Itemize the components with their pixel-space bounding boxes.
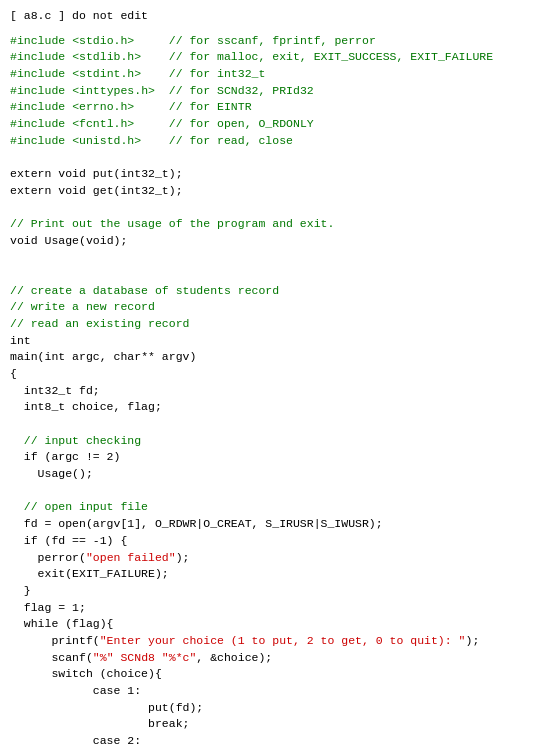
code-token: <stdlib.h> <box>72 50 141 63</box>
code-token: (int32_t); <box>114 184 183 197</box>
code-line: #include <stdlib.h> // for malloc, exit,… <box>10 49 531 66</box>
code-line: int <box>10 333 531 350</box>
code-token: flag = 1; <box>10 601 86 614</box>
code-token: (int32_t); <box>114 167 183 180</box>
code-token: get <box>93 184 114 197</box>
code-token: break; <box>10 717 189 730</box>
code-line: void Usage(void); <box>10 233 531 250</box>
code-token: } <box>10 584 31 597</box>
code-line: int32_t fd; <box>10 383 531 400</box>
code-token: #include <box>10 50 72 63</box>
code-token: int <box>10 334 31 347</box>
code-line: exit(EXIT_FAILURE); <box>10 566 531 583</box>
code-token: #include <box>10 67 72 80</box>
code-token: main <box>10 350 38 363</box>
code-line: put(fd); <box>10 700 531 717</box>
code-line: while (flag){ <box>10 616 531 633</box>
code-line: printf("Enter your choice (1 to put, 2 t… <box>10 633 531 650</box>
code-token: switch (choice){ <box>10 667 162 680</box>
code-token: "Enter your choice (1 to put, 2 to get, … <box>100 634 466 647</box>
code-token: #include <box>10 84 72 97</box>
code-line: #include <stdint.h> // for int32_t <box>10 66 531 83</box>
code-token: Usage <box>45 234 80 247</box>
code-token: #include <box>10 34 72 47</box>
code-token: "%" SCNd8 "%*c" <box>93 651 197 664</box>
code-line: extern void put(int32_t); <box>10 166 531 183</box>
code-token: // for malloc, exit, EXIT_SUCCESS, EXIT_… <box>141 50 493 63</box>
code-token: exit(EXIT_FAILURE); <box>10 567 169 580</box>
code-line: // read an existing record <box>10 316 531 333</box>
code-token: { <box>10 367 17 380</box>
code-line: } <box>10 583 531 600</box>
code-line: if (fd == -1) { <box>10 533 531 550</box>
code-line: // open input file <box>10 499 531 516</box>
code-token: #include <box>10 117 72 130</box>
code-token: while (flag){ <box>10 617 114 630</box>
code-line: break; <box>10 716 531 733</box>
code-line: // input checking <box>10 433 531 450</box>
code-line: fd = open(argv[1], O_RDWR|O_CREAT, S_IRU… <box>10 516 531 533</box>
code-line: #include <inttypes.h> // for SCNd32, PRI… <box>10 83 531 100</box>
code-token: // Print out the usage of the program an… <box>10 217 334 230</box>
code-token: // for read, close <box>141 134 293 147</box>
code-line: // write a new record <box>10 299 531 316</box>
code-token: extern void <box>10 184 93 197</box>
code-token: <stdint.h> <box>72 67 141 80</box>
code-token: // write a new record <box>10 300 155 313</box>
code-token: // input checking <box>10 434 141 447</box>
code-token: <unistd.h> <box>72 134 141 147</box>
code-line: extern void get(int32_t); <box>10 183 531 200</box>
code-block: #include <stdio.h> // for sscanf, fprint… <box>10 33 531 752</box>
code-line <box>10 249 531 266</box>
code-token: case 2: <box>10 734 141 747</box>
code-token: // for sscanf, fprintf, perror <box>134 34 376 47</box>
code-line: #include <fcntl.h> // for open, O_RDONLY <box>10 116 531 133</box>
code-line: main(int argc, char** argv) <box>10 349 531 366</box>
code-line <box>10 266 531 283</box>
code-token: int32_t fd; <box>10 384 100 397</box>
code-token: "open failed" <box>86 551 176 564</box>
code-token: #include <box>10 134 72 147</box>
code-token: // open input file <box>10 500 148 513</box>
code-token: , &choice); <box>196 651 272 664</box>
code-token: // for open, O_RDONLY <box>134 117 313 130</box>
code-line: switch (choice){ <box>10 666 531 683</box>
code-token: if (fd == -1) { <box>10 534 127 547</box>
code-token: <errno.h> <box>72 100 134 113</box>
code-token: fd = open(argv[1], O_RDWR|O_CREAT, S_IRU… <box>10 517 383 530</box>
code-token: scanf( <box>10 651 93 664</box>
code-token: if (argc != 2) <box>10 450 120 463</box>
code-token: <stdio.h> <box>72 34 134 47</box>
code-line: perror("open failed"); <box>10 550 531 567</box>
code-line: { <box>10 366 531 383</box>
code-token: <fcntl.h> <box>72 117 134 130</box>
code-line: case 1: <box>10 683 531 700</box>
code-line: #include <stdio.h> // for sscanf, fprint… <box>10 33 531 50</box>
code-line: #include <unistd.h> // for read, close <box>10 133 531 150</box>
code-token: printf( <box>10 634 100 647</box>
code-token: // for int32_t <box>141 67 265 80</box>
code-line <box>10 416 531 433</box>
code-token: // read an existing record <box>10 317 189 330</box>
code-token: ); <box>465 634 479 647</box>
code-token: // create a database of students record <box>10 284 279 297</box>
code-token: perror( <box>10 551 86 564</box>
code-line <box>10 483 531 500</box>
code-token: put <box>93 167 114 180</box>
code-line <box>10 149 531 166</box>
code-line: case 2: <box>10 733 531 750</box>
code-token: // for EINTR <box>134 100 251 113</box>
code-token: extern void <box>10 167 93 180</box>
code-token: (void); <box>79 234 127 247</box>
file-header: [ a8.c ] do not edit <box>10 8 531 25</box>
code-line: // Print out the usage of the program an… <box>10 216 531 233</box>
code-line: // create a database of students record <box>10 283 531 300</box>
code-editor: [ a8.c ] do not edit #include <stdio.h> … <box>0 0 541 752</box>
code-token: <inttypes.h> <box>72 84 155 97</box>
code-token: // for SCNd32, PRId32 <box>155 84 314 97</box>
code-token: ); <box>176 551 190 564</box>
code-line: #include <errno.h> // for EINTR <box>10 99 531 116</box>
code-line: int8_t choice, flag; <box>10 399 531 416</box>
code-token: Usage(); <box>10 467 93 480</box>
code-line: if (argc != 2) <box>10 449 531 466</box>
